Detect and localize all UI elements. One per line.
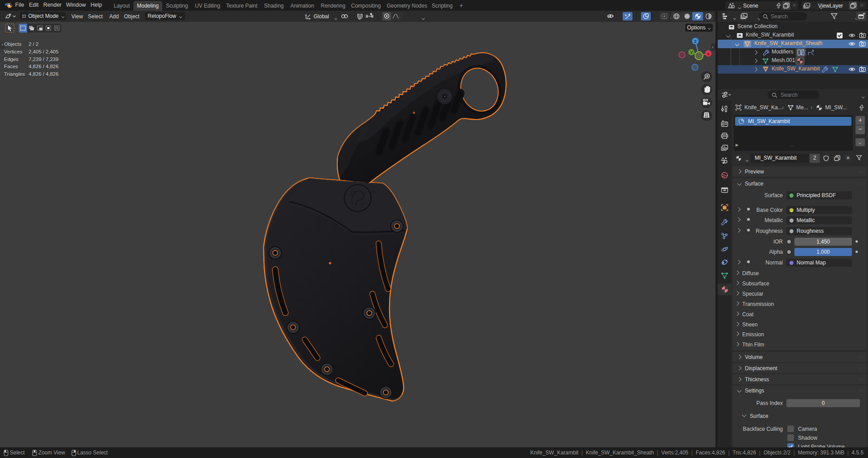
svg-text:X: X <box>707 52 710 56</box>
svg-text:Z: Z <box>694 39 697 44</box>
svg-text:Y: Y <box>690 50 693 55</box>
